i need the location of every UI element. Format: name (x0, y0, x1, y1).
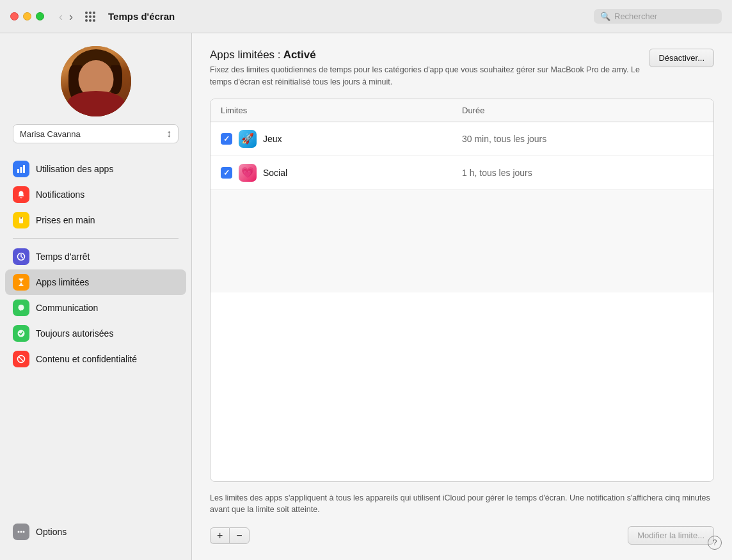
sidebar-item-notifications[interactable]: Notifications (5, 182, 186, 207)
svg-point-11 (18, 531, 20, 533)
svg-point-7 (19, 305, 24, 310)
chart-icon (13, 161, 29, 177)
sidebar-item-app-usage[interactable]: Utilisation des apps (5, 156, 186, 182)
main-panel: Apps limitées : Activé Fixez des limites… (192, 33, 732, 560)
app-icon-games: 🚀 (239, 130, 257, 148)
svg-rect-2 (23, 165, 25, 173)
svg-point-12 (20, 531, 22, 533)
sidebar-item-label: Utilisation des apps (36, 164, 113, 174)
checkbox-social[interactable]: ✓ (221, 167, 232, 179)
search-input[interactable] (614, 12, 715, 21)
sidebar-options-label: Options (36, 527, 67, 537)
col-duration-header: Durée (462, 106, 703, 115)
sidebar-bottom: Options (0, 519, 191, 550)
panel-header: Apps limitées : Activé Fixez des limites… (210, 49, 714, 88)
check-mark: ✓ (223, 134, 230, 143)
avatar (61, 46, 131, 116)
window-title: Temps d'écran (108, 11, 586, 22)
search-icon: 🔍 (600, 12, 610, 21)
user-name: Marisa Cavanna (20, 129, 81, 139)
main-content: Marisa Cavanna ↕ Utilisation des apps (0, 33, 732, 560)
sidebar-item-content-privacy[interactable]: Contenu et confidentialité (5, 346, 186, 372)
forward-button[interactable]: › (67, 11, 75, 22)
options-icon (13, 524, 29, 540)
hourglass-icon (13, 274, 29, 291)
table-empty-area (211, 190, 713, 292)
help-button[interactable]: ? (708, 536, 722, 550)
sidebar-item-always-allowed[interactable]: Toujours autorisées (5, 321, 186, 346)
minimize-button[interactable] (23, 12, 31, 20)
svg-rect-0 (17, 169, 19, 173)
sidebar-item-options[interactable]: Options (5, 519, 186, 545)
checkbox-games[interactable]: ✓ (221, 133, 232, 145)
sidebar-item-downtime[interactable]: Temps d'arrêt (5, 244, 186, 269)
panel-actions: + − Modifier la limite... (210, 526, 714, 545)
back-button[interactable]: ‹ (57, 11, 65, 22)
sidebar-item-label: Apps limitées (36, 277, 89, 287)
footer-text: Les limites des apps s'appliquent à tous… (210, 492, 714, 516)
check-mark: ✓ (223, 168, 230, 177)
panel-title-area: Apps limitées : Activé Fixez des limites… (210, 49, 649, 88)
limits-table: Limites Durée ✓ 🚀 Jeux 30 min, tous les … (210, 99, 714, 482)
bell-icon (13, 186, 29, 203)
duration-social: 1 h, tous les jours (462, 168, 703, 178)
sidebar-item-communication[interactable]: Communication (5, 295, 186, 321)
modify-limit-button[interactable]: Modifier la limite... (628, 526, 714, 545)
app-label-games: Jeux (263, 134, 282, 144)
app-icon-social: 💗 (239, 164, 257, 182)
pickup-icon (13, 212, 29, 228)
app-label-social: Social (263, 168, 287, 178)
sidebar-item-pickups[interactable]: Prises en main (5, 207, 186, 233)
svg-line-10 (19, 356, 24, 362)
col-limits-header: Limites (221, 106, 462, 115)
nav-arrows: ‹ › (57, 11, 75, 22)
deactivate-button[interactable]: Désactiver... (649, 49, 714, 67)
duration-games: 30 min, tous les jours (462, 134, 703, 144)
traffic-lights (10, 12, 44, 20)
comm-icon (13, 300, 29, 316)
sidebar: Marisa Cavanna ↕ Utilisation des apps (0, 33, 192, 560)
svg-rect-1 (20, 167, 22, 173)
sidebar-item-label: Contenu et confidentialité (36, 354, 137, 364)
chevron-icon: ↕ (166, 128, 171, 140)
remove-limit-button[interactable]: − (229, 527, 249, 544)
titlebar: ‹ › Temps d'écran 🔍 (0, 0, 732, 33)
sidebar-item-app-limits[interactable]: Apps limitées (5, 269, 186, 295)
table-header: Limites Durée (211, 99, 713, 122)
main-wrapper: Apps limitées : Activé Fixez des limites… (192, 33, 732, 560)
sidebar-item-label: Communication (36, 303, 98, 313)
table-row: ✓ 💗 Social 1 h, tous les jours (211, 156, 713, 190)
check-icon (13, 325, 29, 342)
user-section: Marisa Cavanna ↕ (0, 46, 191, 156)
add-remove-buttons: + − (210, 527, 250, 544)
sidebar-item-label: Prises en main (36, 215, 95, 225)
panel-title: Apps limitées : Activé (210, 49, 649, 61)
divider (13, 238, 179, 239)
maximize-button[interactable] (36, 12, 44, 20)
sidebar-item-label: Temps d'arrêt (36, 252, 90, 262)
grid-view-button[interactable] (83, 9, 98, 24)
close-button[interactable] (10, 12, 19, 20)
panel-description: Fixez des limites quotidiennes de temps … (210, 64, 649, 88)
downtime-icon (13, 248, 29, 265)
block-icon (13, 351, 29, 367)
user-picker[interactable]: Marisa Cavanna ↕ (13, 124, 179, 143)
sidebar-item-label: Notifications (36, 189, 84, 200)
sidebar-nav: Utilisation des apps Notifications (0, 156, 191, 519)
table-row: ✓ 🚀 Jeux 30 min, tous les jours (211, 122, 713, 156)
add-limit-button[interactable]: + (210, 527, 229, 544)
search-bar[interactable]: 🔍 (594, 9, 722, 24)
svg-point-13 (23, 531, 25, 533)
sidebar-item-label: Toujours autorisées (36, 328, 113, 339)
